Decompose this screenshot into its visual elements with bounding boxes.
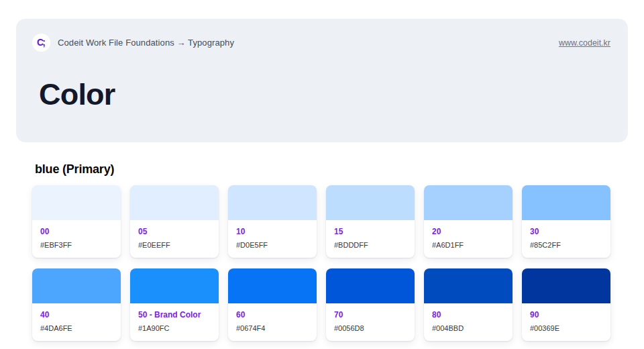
color-swatch bbox=[424, 185, 513, 220]
swatch-card: 90 #00369E bbox=[522, 268, 610, 341]
swatch-hex: #4DA6FE bbox=[40, 324, 113, 333]
swatch-card: 40 #4DA6FE bbox=[32, 268, 121, 341]
swatch-hex: #1A90FC bbox=[138, 324, 211, 333]
swatch-label: 70 bbox=[334, 310, 407, 319]
codeit-logo-glyph: C; bbox=[37, 38, 44, 47]
color-swatch bbox=[228, 185, 317, 220]
swatch-label: 10 bbox=[236, 227, 309, 236]
swatch-hex: #BDDDFF bbox=[334, 241, 407, 250]
color-swatch bbox=[326, 185, 415, 220]
color-swatch bbox=[522, 268, 610, 303]
swatch-card: 30 #85C2FF bbox=[522, 185, 610, 258]
swatch-card-brand: 50 - Brand Color #1A90FC bbox=[130, 268, 219, 341]
swatch-label: 80 bbox=[432, 310, 504, 319]
color-swatch bbox=[32, 268, 121, 303]
color-swatch bbox=[228, 268, 317, 303]
swatch-hex: #0674F4 bbox=[236, 324, 309, 333]
swatch-card: 20 #A6D1FF bbox=[424, 185, 513, 258]
swatch-hex: #A6D1FF bbox=[432, 241, 504, 250]
swatch-label: 90 bbox=[530, 310, 602, 319]
breadcrumb: Codeit Work File Foundations → Typograph… bbox=[58, 38, 234, 48]
swatch-label: 20 bbox=[432, 227, 504, 236]
swatch-label: 00 bbox=[40, 227, 113, 236]
site-link[interactable]: www.codeit.kr bbox=[559, 38, 610, 48]
swatch-hex: #85C2FF bbox=[530, 241, 602, 250]
header-banner: C; Codeit Work File Foundations → Typogr… bbox=[16, 19, 628, 142]
swatch-hex: #E0EEFF bbox=[138, 241, 211, 250]
color-swatch bbox=[130, 268, 219, 303]
color-swatch bbox=[32, 185, 121, 220]
swatch-hex: #004BBD bbox=[432, 324, 504, 333]
codeit-logo-icon: C; bbox=[32, 34, 50, 52]
color-swatch bbox=[424, 268, 513, 303]
swatch-card: 60 #0674F4 bbox=[228, 268, 317, 341]
swatch-card: 05 #E0EEFF bbox=[130, 185, 219, 258]
swatch-card: 80 #004BBD bbox=[424, 268, 513, 341]
swatch-label: 40 bbox=[40, 310, 113, 319]
color-swatch bbox=[522, 185, 610, 220]
swatch-card: 70 #0056D8 bbox=[326, 268, 415, 341]
swatch-grid: 00 #EBF3FF 05 #E0EEFF 10 #D0E5FF 15 #BDD… bbox=[32, 185, 610, 341]
color-swatch bbox=[326, 268, 415, 303]
color-swatch bbox=[130, 185, 219, 220]
swatch-hex: #0056D8 bbox=[334, 324, 407, 333]
swatch-card: 00 #EBF3FF bbox=[32, 185, 121, 258]
swatch-card: 15 #BDDDFF bbox=[326, 185, 415, 258]
swatch-label: 15 bbox=[334, 227, 407, 236]
banner-top-row: C; Codeit Work File Foundations → Typogr… bbox=[32, 34, 610, 52]
palette-section: blue (Primary) 00 #EBF3FF 05 #E0EEFF 10 … bbox=[32, 162, 610, 341]
swatch-label: 50 - Brand Color bbox=[138, 310, 211, 319]
swatch-label: 30 bbox=[530, 227, 602, 236]
swatch-hex: #00369E bbox=[530, 324, 602, 333]
swatch-card: 10 #D0E5FF bbox=[228, 185, 317, 258]
page-title: Color bbox=[39, 79, 610, 110]
swatch-label: 05 bbox=[138, 227, 211, 236]
swatch-hex: #D0E5FF bbox=[236, 241, 309, 250]
swatch-hex: #EBF3FF bbox=[40, 241, 113, 250]
swatch-label: 60 bbox=[236, 310, 309, 319]
palette-heading: blue (Primary) bbox=[35, 162, 610, 177]
